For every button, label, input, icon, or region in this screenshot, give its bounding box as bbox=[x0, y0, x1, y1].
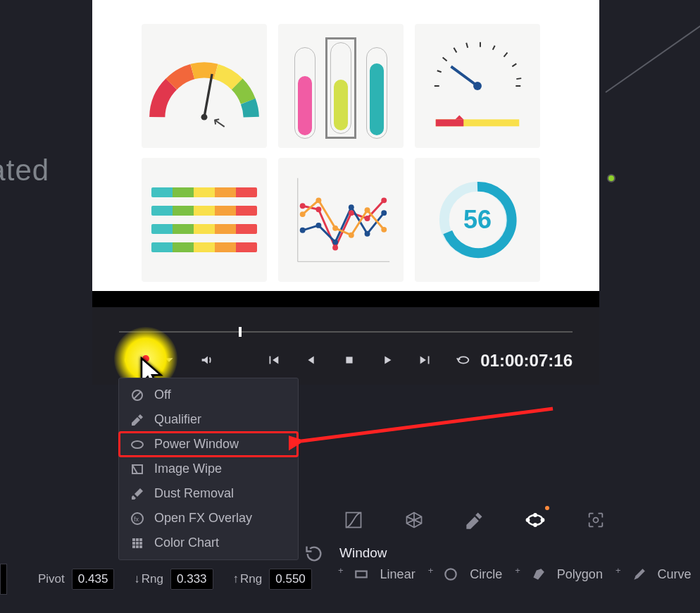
audio-icon[interactable] bbox=[195, 348, 219, 372]
svg-point-70 bbox=[446, 569, 456, 579]
timecode-display: 01:00:07:16 bbox=[480, 351, 573, 371]
rng-down-value[interactable]: 0.333 bbox=[170, 569, 213, 590]
menu-item-color-chart[interactable]: Color Chart bbox=[119, 531, 298, 555]
svg-point-1 bbox=[201, 114, 208, 120]
params-row: Pivot 0.435 Rng 0.333 Rng 0.550 bbox=[10, 564, 312, 595]
svg-rect-54 bbox=[132, 545, 135, 548]
svg-line-11 bbox=[516, 78, 521, 79]
rng-up-value[interactable]: 0.550 bbox=[269, 569, 312, 590]
thumb-line-chart bbox=[278, 158, 404, 282]
curves-tool-icon[interactable] bbox=[338, 504, 369, 535]
thumb-gauge-arc bbox=[142, 24, 267, 148]
ellipse-icon bbox=[130, 438, 144, 452]
polygon-label[interactable]: Polygon bbox=[557, 567, 603, 582]
stop-icon[interactable] bbox=[337, 348, 361, 372]
node-connector-dot[interactable] bbox=[607, 174, 615, 182]
svg-rect-40 bbox=[346, 357, 352, 363]
curve-label[interactable]: Curve bbox=[658, 567, 692, 582]
qualifier-tool-icon[interactable] bbox=[459, 504, 490, 535]
svg-point-27 bbox=[315, 223, 321, 228]
menu-label: Open FX Overlay bbox=[154, 511, 252, 526]
svg-point-28 bbox=[332, 240, 338, 245]
menu-item-off[interactable]: Off bbox=[119, 383, 298, 407]
svg-point-14 bbox=[473, 82, 482, 90]
curve-shape-icon[interactable] bbox=[631, 566, 646, 582]
svg-rect-53 bbox=[139, 542, 142, 545]
scrub-playhead[interactable] bbox=[239, 327, 242, 337]
thumb-horizontal-bars bbox=[142, 158, 267, 282]
svg-point-22 bbox=[332, 245, 338, 251]
grid-icon bbox=[130, 536, 144, 550]
menu-item-dust-removal[interactable]: Dust Removal bbox=[119, 481, 298, 506]
svg-point-64 bbox=[527, 519, 530, 521]
menu-item-image-wipe[interactable]: Image Wipe bbox=[119, 457, 298, 481]
window-tool-icon[interactable] bbox=[520, 504, 551, 535]
skip-fwd-icon[interactable] bbox=[413, 348, 437, 372]
thumb-vertical-bars bbox=[278, 24, 404, 148]
svg-line-6 bbox=[466, 43, 468, 48]
svg-line-0 bbox=[204, 74, 212, 117]
plus-icon: + bbox=[338, 565, 344, 576]
image-wipe-icon bbox=[130, 462, 144, 476]
svg-point-66 bbox=[534, 514, 537, 516]
svg-text:fx: fx bbox=[134, 516, 139, 523]
brush-icon bbox=[130, 487, 144, 501]
svg-line-42 bbox=[134, 392, 141, 399]
svg-point-25 bbox=[381, 197, 387, 203]
svg-point-32 bbox=[300, 211, 306, 217]
value-chip-cut[interactable] bbox=[0, 564, 7, 595]
plus-icon: + bbox=[515, 565, 520, 576]
svg-marker-17 bbox=[455, 115, 463, 119]
svg-rect-50 bbox=[139, 538, 142, 541]
plus-icon: + bbox=[615, 565, 621, 576]
svg-line-4 bbox=[443, 58, 447, 61]
svg-point-67 bbox=[534, 524, 537, 526]
svg-rect-51 bbox=[132, 542, 135, 545]
linear-label[interactable]: Linear bbox=[380, 567, 415, 582]
svg-point-33 bbox=[315, 197, 321, 203]
svg-point-35 bbox=[349, 233, 354, 238]
circle-shape-icon[interactable] bbox=[443, 566, 458, 582]
scrub-track[interactable] bbox=[119, 331, 573, 333]
active-dot-icon bbox=[545, 506, 549, 510]
warper-tool-icon[interactable] bbox=[399, 504, 430, 535]
svg-point-30 bbox=[365, 231, 370, 237]
reset-icon[interactable] bbox=[304, 544, 324, 564]
polygon-shape-icon[interactable] bbox=[530, 566, 546, 582]
thumb-radial-percent: 56 bbox=[415, 158, 540, 282]
preview-image: 56 bbox=[92, 0, 599, 291]
pivot-value[interactable]: 0.435 bbox=[72, 569, 115, 590]
linear-shape-icon[interactable] bbox=[354, 566, 369, 582]
svg-rect-52 bbox=[136, 542, 139, 545]
pivot-label: Pivot bbox=[38, 572, 65, 586]
background-text: eated bbox=[0, 154, 49, 187]
play-icon[interactable] bbox=[375, 348, 399, 372]
rng-up-label: Rng bbox=[233, 572, 263, 586]
circle-label[interactable]: Circle bbox=[470, 567, 502, 582]
tool-icon-row bbox=[338, 504, 611, 535]
menu-label: Dust Removal bbox=[154, 486, 234, 501]
loop-icon[interactable] bbox=[451, 348, 475, 372]
svg-point-29 bbox=[349, 204, 354, 210]
menu-item-open-fx-overlay[interactable]: fx Open FX Overlay bbox=[119, 506, 298, 531]
menu-label: Off bbox=[154, 388, 171, 402]
annotation-arrow bbox=[289, 403, 556, 452]
tracking-tool-icon[interactable] bbox=[580, 504, 611, 535]
step-back-icon[interactable] bbox=[299, 348, 323, 372]
menu-label: Power Window bbox=[154, 437, 239, 452]
svg-rect-16 bbox=[436, 119, 464, 126]
svg-point-65 bbox=[542, 519, 544, 521]
svg-point-24 bbox=[365, 216, 370, 221]
menu-item-power-window[interactable]: Power Window bbox=[119, 432, 298, 457]
svg-point-23 bbox=[349, 210, 354, 216]
window-shape-row: + Linear + Circle + Polygon + Curve + Gr… bbox=[337, 566, 700, 582]
menu-item-qualifier[interactable]: Qualifier bbox=[119, 407, 298, 432]
eyedropper-icon bbox=[130, 413, 144, 427]
plus-icon: + bbox=[428, 565, 434, 576]
svg-line-3 bbox=[437, 70, 442, 72]
skip-back-icon[interactable] bbox=[261, 348, 285, 372]
svg-point-20 bbox=[300, 203, 306, 209]
menu-label: Image Wipe bbox=[154, 462, 222, 476]
svg-point-43 bbox=[132, 441, 143, 448]
svg-rect-55 bbox=[136, 545, 139, 548]
